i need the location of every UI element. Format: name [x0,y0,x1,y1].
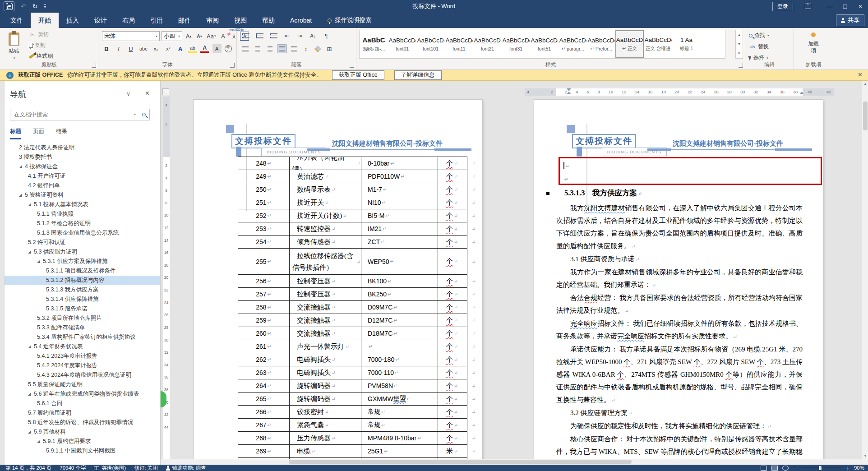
cell-unit[interactable]: 个↵ [438,419,466,431]
cell-name[interactable]: 电缆↵ [290,445,361,457]
paragraph[interactable]: 3.2 供应链管理方案↵ [556,406,803,420]
nav-heading-item[interactable]: 5.3.1.3 我方供应方案 [5,285,161,295]
table-row[interactable]: 252↵接近开关(计数)↵BI5-M↵个↵↵ [238,209,467,222]
cell-name[interactable]: 交流接触器↵ [290,327,361,340]
cell-model[interactable]: D09M7C↵ [361,301,438,314]
nav-heading-item[interactable]: 5 资格证明资料 [5,190,161,200]
table-row[interactable]: 258↵交流接触器↵D09M7C↵个↵↵ [238,301,467,314]
nav-heading-item[interactable]: 5.9 其他材料 [5,427,161,437]
table-row[interactable]: 253↵转速监控器↵IM21↵个↵↵ [238,222,467,236]
style-item-↵ 正文[interactable]: AaBbCcD↵ 正文 [615,30,644,58]
cell-number[interactable]: 267↵ [238,419,290,431]
shrink-font-button[interactable]: A▾ [195,32,204,41]
multilevel-list-button[interactable] [268,31,278,40]
styles-dialog-launcher[interactable] [739,63,743,68]
nav-close-icon[interactable]: × [145,89,149,97]
cell-number[interactable]: 254↵ [238,236,290,248]
cell-model[interactable]: MPM489 0-10bar↵ [361,432,438,444]
select-button[interactable]: 选择▾ [749,54,768,62]
nav-heading-item[interactable]: 5.6.1 合同 [5,399,161,408]
cell-model[interactable]: 常规↵ [361,419,438,431]
table-row[interactable]: 251↵接近开关↵NI10↵个↵↵ [238,196,467,209]
paragraph[interactable]: 合法合规经营： 我方具备国家要求的合法经营资质，所有经营活动均符合国家法律法规及… [556,291,803,317]
underline-button[interactable]: U [126,44,135,53]
cell-unit[interactable]: 个↵ [438,249,466,274]
search-input[interactable] [10,111,131,118]
nav-heading-item[interactable]: 5.6 近年在施或完成的同类物资供货业绩表 [5,389,161,399]
increase-indent-button[interactable]: ⇥ [295,31,305,40]
shading-button[interactable] [313,44,323,53]
table-row[interactable]: 257↵控制变压器↵BK250↵个↵↵ [238,288,467,301]
message-close-icon[interactable]: ✕ [858,71,863,78]
cell-unit[interactable]: 个↵ [438,379,466,392]
nav-heading-item[interactable]: 5.7 履约信用证明 [5,408,161,418]
replace-button[interactable]: ab替换 [749,43,769,51]
nav-tab-结果[interactable]: 结果 [56,128,67,139]
cell-unit[interactable]: 个↵ [438,183,466,196]
paragraph[interactable]: 承诺供应能力： 我方承诺具备满足本次招标所有物资（269 电缆 25G1 米、2… [556,343,803,406]
document-text[interactable]: 5.3.1.3 我方供应方案↵我方沈阳文搏建材销售有限公司，在深入了解中铁六局集… [556,186,803,461]
style-item-font01[interactable]: AaBbCcDdEfont01 [388,30,416,58]
show-marks-button[interactable]: ¶ [322,31,331,40]
table-row[interactable]: 249↵黄油滤芯↵PDF0110W↵个↵↵ [238,170,467,183]
cell-number[interactable]: 258↵ [238,301,290,314]
nav-heading-item[interactable]: 5.8 近年发生的诉讼、仲裁及行贿犯罪情况 [5,418,161,427]
distribute-button[interactable] [289,44,299,53]
cell-name[interactable]: 拉线位移传感器(含信号接插件）↵ [290,249,361,274]
cell-model[interactable]: ↵ [361,340,438,353]
strikethrough-button[interactable]: abc [139,44,148,53]
cell-model[interactable]: D18M7C↵ [361,327,438,340]
paste-button[interactable]: 粘贴 ▾ [4,31,24,60]
cell-name[interactable]: 交流接触器↵ [290,301,361,314]
cell-unit[interactable]: 个↵ [438,301,466,314]
bullets-button[interactable] [240,31,250,40]
cell-model[interactable]: BK250↵ [361,288,438,300]
tab-文件[interactable]: 文件 [3,13,31,28]
table-row[interactable]: 260↵交流接触器↵D18M7C↵个↵↵ [238,327,467,340]
table-row[interactable]: 266↵铰接密封↵常规↵个↵↵ [238,406,467,419]
nav-heading-item[interactable]: 5.1.3 国家企业信用信息公示系统 [5,228,161,238]
paragraph[interactable]: 我方作为一家在建材销售领域深耕多年的专业公司，具备良好的商业信誉和稳定的经营基础… [556,266,803,291]
character-shading-button[interactable]: A [212,44,222,53]
cell-unit[interactable]: 个↵ [438,340,466,353]
font-dialog-launcher[interactable] [230,63,235,68]
cell-unit[interactable]: 个↵ [438,288,466,300]
tab-设计[interactable]: 设计 [87,13,115,28]
nav-heading-item[interactable]: 3 授权委托书 [5,152,161,162]
nav-heading-item[interactable]: 5.3.1.2 招标概况与内容 [5,276,161,285]
zoom-slider[interactable] [801,468,841,468]
table-row[interactable]: 265↵旋转编码器↵GXMMW 堡盟↵个↵↵ [238,392,467,406]
nav-heading-item[interactable]: 4.2 银行回单 [5,181,161,190]
maximize-button[interactable]: □ [837,0,853,13]
cell-name[interactable]: 旋转编码器↵ [290,379,361,392]
cell-name[interactable]: 电磁阀插头↵ [290,366,361,379]
italic-button[interactable]: I [114,44,123,53]
expand-triangle-icon[interactable] [19,165,22,168]
expand-triangle-icon[interactable] [19,194,22,197]
zoom-slider-thumb[interactable] [819,466,821,470]
table-row[interactable]: 254↵倾角传感器↵ZCT↵个↵↵ [238,236,467,249]
right-indent-marker[interactable] [799,92,804,94]
tab-插入[interactable]: 插入 [59,13,87,28]
table-row[interactable]: 261↵声光一体警示灯↵↵个↵↵ [238,340,467,353]
nav-heading-item[interactable]: 5.3.3 配件存储清单 [5,323,161,332]
cell-unit[interactable]: 个↵ [438,432,466,444]
cell-name[interactable]: 倾角传感器↵ [290,236,361,248]
tell-me-search[interactable]: 操作说明搜索 [328,13,371,28]
cell-model[interactable]: NI10↵ [361,196,438,209]
align-center-button[interactable] [253,44,263,53]
cell-model[interactable]: 25G1↵ [361,445,438,457]
cell-number[interactable]: 249↵ [238,170,290,183]
cell-model[interactable]: 7000-110↵ [361,366,438,379]
proofing-status[interactable]: 英语(美国) [94,465,126,471]
sort-button[interactable]: A↓ [309,31,318,40]
nav-heading-item[interactable]: 5.3.1.1 项目概况及招标条件 [5,266,161,276]
table-row[interactable]: 259↵交流接触器↵D12M7C↵个↵↵ [238,314,467,327]
grow-font-button[interactable]: A▴ [184,32,193,41]
section-heading[interactable]: 5.3.1.3 我方供应方案↵ [556,186,803,200]
style-item-font51[interactable]: AaBbCcDdEfont51 [530,30,559,58]
horizontal-scroll-thumb[interactable] [289,460,632,464]
nav-search-box[interactable]: ▾ [10,109,150,120]
cell-model[interactable]: D12M7C↵ [361,314,438,327]
cell-unit[interactable]: 个↵ [438,275,466,287]
